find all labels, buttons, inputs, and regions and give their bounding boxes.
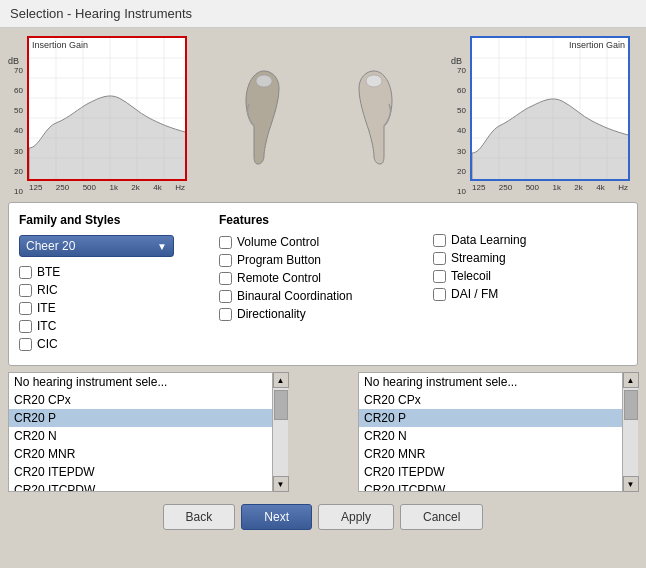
chevron-down-icon: ▼ — [157, 241, 167, 252]
telecoil-checkbox[interactable] — [433, 270, 446, 283]
scroll-down-arrow[interactable]: ▼ — [623, 476, 639, 492]
volume-control-label: Volume Control — [237, 235, 319, 249]
features-section: Features Volume Control Program Button R… — [219, 213, 627, 355]
dai-fm-label: DAI / FM — [451, 287, 498, 301]
cic-checkbox[interactable] — [19, 338, 32, 351]
list-item[interactable]: CR20 P — [359, 409, 637, 427]
right-listbox[interactable]: No hearing instrument sele... CR20 CPx C… — [358, 372, 638, 492]
volume-control-item: Volume Control — [219, 235, 413, 249]
directionality-checkbox[interactable] — [219, 308, 232, 321]
left-db-label: dB — [8, 56, 23, 66]
program-button-checkbox[interactable] — [219, 254, 232, 267]
right-scrollbar[interactable]: ▲ ▼ — [622, 372, 638, 492]
left-scrollbar[interactable]: ▲ ▼ — [272, 372, 288, 492]
features-col1: Volume Control Program Button Remote Con… — [219, 235, 413, 321]
svg-point-11 — [256, 75, 272, 87]
list-item[interactable]: CR20 ITEPDW — [359, 463, 637, 481]
itc-label: ITC — [37, 319, 56, 333]
list-item[interactable]: CR20 N — [359, 427, 637, 445]
family-section: Family and Styles Cheer 20 ▼ BTE RIC ITE — [19, 213, 199, 355]
data-learning-checkbox[interactable] — [433, 234, 446, 247]
volume-control-checkbox[interactable] — [219, 236, 232, 249]
program-button-label: Program Button — [237, 253, 321, 267]
list-item[interactable]: CR20 N — [9, 427, 287, 445]
apply-button[interactable]: Apply — [318, 504, 394, 530]
right-db-label: dB — [451, 56, 466, 66]
title-bar: Selection - Hearing Instruments — [0, 0, 646, 28]
left-chart-x-axis: 125 250 500 1k 2k 4k Hz — [27, 183, 187, 192]
list-item[interactable]: CR20 ITCPDW — [9, 481, 287, 492]
next-button[interactable]: Next — [241, 504, 312, 530]
list-item[interactable]: CR20 P — [9, 409, 287, 427]
scroll-thumb[interactable] — [274, 390, 288, 420]
scroll-down-arrow[interactable]: ▼ — [273, 476, 289, 492]
itc-checkbox[interactable] — [19, 320, 32, 333]
right-chart-box: Insertion Gain — [470, 36, 630, 181]
directionality-label: Directionality — [237, 307, 306, 321]
features-col2: Data Learning Streaming Telecoil DAI / F… — [433, 213, 627, 355]
left-chart-box: Insertion Gain — [27, 36, 187, 181]
binaural-item: Binaural Coordination — [219, 289, 413, 303]
list-item[interactable]: CR20 MNR — [359, 445, 637, 463]
scroll-up-arrow[interactable]: ▲ — [623, 372, 639, 388]
ite-checkbox-item: ITE — [19, 301, 199, 315]
binaural-checkbox[interactable] — [219, 290, 232, 303]
back-button[interactable]: Back — [163, 504, 236, 530]
left-chart-label: Insertion Gain — [32, 40, 88, 50]
ric-checkbox-item: RIC — [19, 283, 199, 297]
data-learning-item: Data Learning — [433, 233, 627, 247]
telecoil-label: Telecoil — [451, 269, 491, 283]
features-title: Features — [219, 213, 413, 227]
family-dropdown[interactable]: Cheer 20 ▼ — [19, 235, 174, 257]
dropdown-value: Cheer 20 — [26, 239, 75, 253]
dai-fm-checkbox[interactable] — [433, 288, 446, 301]
left-chart-wrapper: dB 70 60 50 40 30 20 10 Insertion Gain — [8, 36, 187, 196]
ric-label: RIC — [37, 283, 58, 297]
list-item[interactable]: CR20 ITEPDW — [9, 463, 287, 481]
cancel-button[interactable]: Cancel — [400, 504, 483, 530]
left-listbox[interactable]: No hearing instrument sele... CR20 CPx C… — [8, 372, 288, 492]
remote-control-checkbox[interactable] — [219, 272, 232, 285]
list-item[interactable]: CR20 ITCPDW — [359, 481, 637, 492]
right-chart-x-axis: 125 250 500 1k 2k 4k Hz — [470, 183, 630, 192]
family-title: Family and Styles — [19, 213, 199, 227]
scroll-thumb[interactable] — [624, 390, 638, 420]
svg-point-12 — [366, 75, 382, 87]
bte-label: BTE — [37, 265, 60, 279]
streaming-item: Streaming — [433, 251, 627, 265]
right-listbox-wrapper: No hearing instrument sele... CR20 CPx C… — [358, 372, 638, 492]
list-item[interactable]: No hearing instrument sele... — [359, 373, 637, 391]
left-listbox-wrapper: No hearing instrument sele... CR20 CPx C… — [8, 372, 288, 492]
list-item[interactable]: CR20 CPx — [359, 391, 637, 409]
left-hearing-aid — [234, 66, 289, 166]
bte-checkbox-item: BTE — [19, 265, 199, 279]
buttons-row: Back Next Apply Cancel — [8, 498, 638, 536]
right-hearing-aid — [349, 66, 404, 166]
charts-row: dB 70 60 50 40 30 20 10 Insertion Gain — [8, 36, 638, 196]
ite-label: ITE — [37, 301, 56, 315]
right-chart-wrapper: dB 70 60 50 40 30 20 10 Insertion Gain — [451, 36, 638, 196]
program-button-item: Program Button — [219, 253, 413, 267]
directionality-item: Directionality — [219, 307, 413, 321]
list-item[interactable]: CR20 CPx — [9, 391, 287, 409]
remote-control-item: Remote Control — [219, 271, 413, 285]
listboxes-row: No hearing instrument sele... CR20 CPx C… — [8, 372, 638, 492]
left-chart-svg — [29, 38, 187, 181]
list-item[interactable]: CR20 MNR — [9, 445, 287, 463]
itc-checkbox-item: ITC — [19, 319, 199, 333]
remote-control-label: Remote Control — [237, 271, 321, 285]
binaural-label: Binaural Coordination — [237, 289, 352, 303]
right-chart-svg — [472, 38, 630, 181]
streaming-checkbox[interactable] — [433, 252, 446, 265]
dai-fm-item: DAI / FM — [433, 287, 627, 301]
window-title: Selection - Hearing Instruments — [10, 6, 192, 21]
hearing-aids — [195, 66, 443, 166]
ite-checkbox[interactable] — [19, 302, 32, 315]
data-learning-label: Data Learning — [451, 233, 526, 247]
features-panel: Family and Styles Cheer 20 ▼ BTE RIC ITE — [8, 202, 638, 366]
bte-checkbox[interactable] — [19, 266, 32, 279]
list-item[interactable]: No hearing instrument sele... — [9, 373, 287, 391]
scroll-up-arrow[interactable]: ▲ — [273, 372, 289, 388]
ric-checkbox[interactable] — [19, 284, 32, 297]
family-checkboxes: BTE RIC ITE ITC CIC — [19, 265, 199, 351]
